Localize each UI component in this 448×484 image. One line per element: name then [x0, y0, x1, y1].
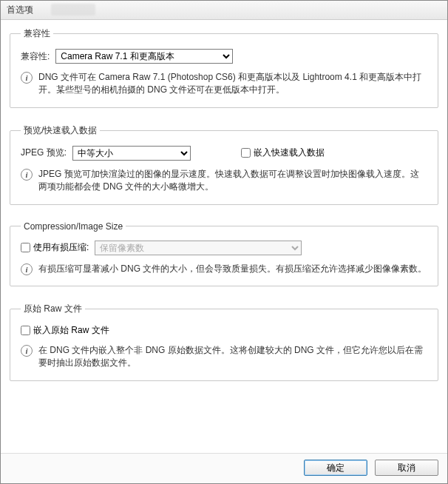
info-icon: i — [21, 263, 33, 275]
info-icon: i — [21, 72, 33, 84]
embed-fast-load-label: 嵌入快速载入数据 — [254, 147, 325, 159]
group-compression: Compression/Image Size 使用有损压缩: 保留像素数 i 有… — [10, 221, 438, 286]
titlebar-blur — [51, 4, 95, 16]
titlebar: 首选项 — [1, 1, 447, 20]
group-compatibility-legend: 兼容性 — [21, 27, 53, 40]
embed-fast-load-checkbox[interactable] — [241, 148, 251, 158]
lossy-compress-checkbox[interactable] — [21, 243, 30, 252]
embed-raw-checkbox[interactable] — [21, 326, 30, 335]
compatibility-label: 兼容性: — [21, 50, 50, 63]
jpeg-preview-label: JPEG 预览: — [21, 147, 67, 159]
group-raw: 原始 Raw 文件 嵌入原始 Raw 文件 i 在 DNG 文件内嵌入整个非 D… — [10, 303, 438, 381]
footer: 确定 取消 — [1, 453, 447, 483]
lossy-compress-row[interactable]: 使用有损压缩: — [21, 241, 89, 254]
group-preview: 预览/快速载入数据 JPEG 预览: 中等大小 嵌入快速载入数据 i JPEG … — [10, 124, 438, 205]
info-icon: i — [21, 169, 33, 181]
compression-info-text: 有损压缩可显著减小 DNG 文件的大小，但会导致质量损失。有损压缩还允许选择减少… — [38, 263, 427, 275]
lossy-compress-label: 使用有损压缩: — [33, 241, 89, 254]
info-icon: i — [21, 345, 33, 357]
embed-raw-row[interactable]: 嵌入原始 Raw 文件 — [21, 324, 109, 337]
embed-fast-load-row[interactable]: 嵌入快速载入数据 — [241, 147, 325, 159]
compatibility-info-text: DNG 文件可在 Camera Raw 7.1 (Photoshop CS6) … — [38, 71, 427, 97]
group-compatibility: 兼容性 兼容性: Camera Raw 7.1 和更高版本 i DNG 文件可在… — [10, 27, 438, 108]
group-raw-legend: 原始 Raw 文件 — [21, 303, 85, 315]
raw-info-text: 在 DNG 文件内嵌入整个非 DNG 原始数据文件。这将创建较大的 DNG 文件… — [38, 344, 427, 370]
jpeg-preview-select[interactable]: 中等大小 — [72, 146, 191, 161]
preferences-window: 首选项 兼容性 兼容性: Camera Raw 7.1 和更高版本 i DNG … — [0, 0, 448, 484]
window-title: 首选项 — [7, 4, 33, 16]
cancel-button[interactable]: 取消 — [375, 460, 438, 476]
content-area: 兼容性 兼容性: Camera Raw 7.1 和更高版本 i DNG 文件可在… — [1, 20, 447, 453]
group-preview-legend: 预览/快速载入数据 — [21, 124, 100, 137]
pixel-count-select: 保留像素数 — [95, 241, 302, 255]
compatibility-select[interactable]: Camera Raw 7.1 和更高版本 — [55, 49, 233, 64]
preview-info-text: JPEG 预览可加快渲染过的图像的显示速度。快速载入数据可在调整设置时加快图像载… — [38, 168, 427, 194]
ok-button[interactable]: 确定 — [304, 460, 367, 476]
group-compression-legend: Compression/Image Size — [21, 221, 126, 232]
embed-raw-label: 嵌入原始 Raw 文件 — [33, 324, 109, 337]
